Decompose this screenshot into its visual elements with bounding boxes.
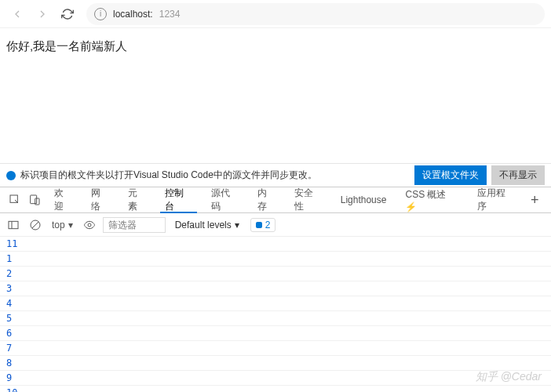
device-toggle-icon[interactable]: [25, 190, 46, 210]
set-root-folder-button[interactable]: 设置根文件夹: [414, 165, 487, 185]
tab-9[interactable]: 应用程序: [468, 187, 523, 213]
chevron-down-icon: ▾: [68, 220, 73, 230]
inspect-icon[interactable]: [5, 190, 25, 210]
add-tab-button[interactable]: +: [524, 188, 546, 212]
svg-rect-3: [9, 221, 18, 228]
tab-5[interactable]: 内存: [248, 187, 285, 213]
tab-8[interactable]: CSS 概述 ⚡: [396, 187, 468, 213]
console-line: 9: [0, 371, 551, 386]
console-line: 11: [0, 237, 551, 252]
context-selector[interactable]: top ▾: [49, 220, 76, 230]
notice-text: 标识项目的根文件夹以打开Visual Studio Code中的源文件并同步更改…: [20, 169, 410, 182]
console-line: 4: [0, 296, 551, 311]
filter-input[interactable]: [103, 217, 166, 233]
console-line: 7: [0, 341, 551, 356]
console-line: 5: [0, 311, 551, 326]
console-line: 1: [0, 252, 551, 267]
page-text: 你好,我是一名前端新人: [6, 39, 127, 53]
address-bar[interactable]: i localhost:1234: [86, 3, 545, 25]
clear-console-icon[interactable]: [27, 216, 44, 234]
browser-toolbar: i localhost:1234: [0, 0, 551, 28]
console-line: 8: [0, 356, 551, 371]
svg-point-7: [88, 223, 91, 227]
back-button: [6, 3, 28, 25]
tab-3[interactable]: 控制台: [155, 187, 202, 213]
issue-dot-icon: [256, 222, 262, 228]
tab-4[interactable]: 源代码: [202, 187, 248, 213]
console-toolbar: top ▾ Default levels ▾ 2: [0, 213, 551, 237]
info-dot-icon: [6, 171, 16, 180]
site-info-icon[interactable]: i: [94, 8, 107, 20]
devtools-tabs: 欢迎网络元素控制台源代码内存安全性LighthouseCSS 概述 ⚡应用程序 …: [0, 187, 551, 213]
address-port: 1234: [159, 9, 181, 20]
console-line: 2: [0, 267, 551, 281]
console-line: 3: [0, 281, 551, 296]
forward-button: [31, 3, 53, 25]
tab-7[interactable]: Lighthouse: [331, 187, 396, 213]
chevron-down-icon: ▾: [235, 220, 239, 230]
console-output: 111234567891011: [0, 237, 551, 392]
watermark: 知乎 @Cedar: [476, 370, 542, 384]
issues-badge[interactable]: 2: [250, 218, 276, 232]
sidebar-toggle-icon[interactable]: [5, 216, 22, 234]
tab-2[interactable]: 元素: [119, 187, 155, 213]
log-levels-selector[interactable]: Default levels ▾: [175, 220, 239, 230]
page-content: 你好,我是一名前端新人: [0, 28, 551, 163]
console-line: 6: [0, 326, 551, 341]
refresh-button[interactable]: [57, 3, 78, 25]
tab-0[interactable]: 欢迎: [45, 187, 82, 213]
address-host: localhost:: [113, 9, 153, 20]
devtools-notice: 标识项目的根文件夹以打开Visual Studio Code中的源文件并同步更改…: [0, 163, 551, 187]
tab-1[interactable]: 网络: [82, 187, 119, 213]
live-expression-icon[interactable]: [81, 216, 98, 234]
svg-line-6: [32, 222, 38, 228]
svg-rect-1: [31, 195, 37, 204]
console-line: 10: [0, 386, 551, 392]
tab-6[interactable]: 安全性: [285, 187, 331, 213]
dismiss-button[interactable]: 不再显示: [491, 165, 545, 185]
